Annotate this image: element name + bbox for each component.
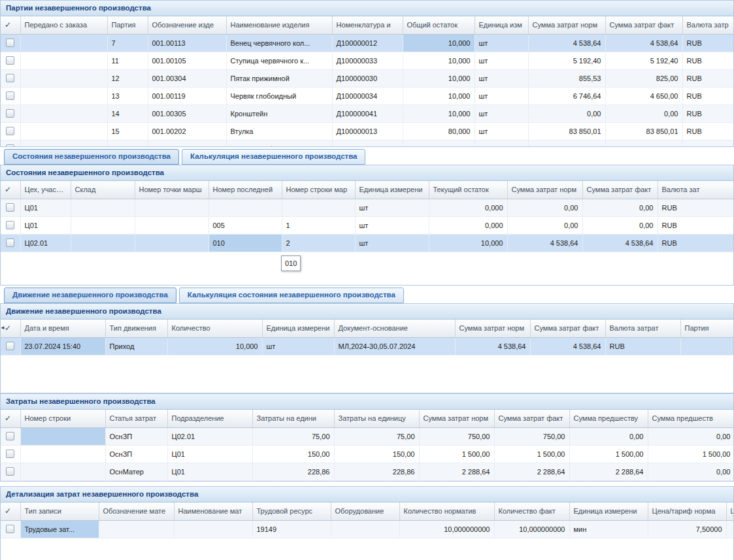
cell[interactable]: 15 [107, 122, 148, 140]
cell[interactable] [71, 234, 135, 252]
cell[interactable]: 0,00 [528, 105, 605, 122]
cell[interactable]: 7,50000 [648, 520, 726, 538]
column-header[interactable]: Ц [726, 502, 733, 520]
cell[interactable]: Ц02.01 [20, 234, 71, 252]
cell[interactable]: шт [355, 199, 429, 216]
column-header[interactable]: Статья затрат [105, 410, 167, 427]
column-header[interactable]: Партия [107, 16, 148, 34]
cell[interactable]: 75,00 [252, 427, 334, 445]
cell[interactable]: 19149 [252, 520, 331, 538]
row-checkbox[interactable] [1, 34, 20, 52]
cell[interactable]: 0,00 [569, 427, 648, 445]
cell[interactable]: 750,00 [419, 427, 494, 445]
cell[interactable]: 14 [107, 105, 148, 122]
table-row[interactable]: 12001.00304Пятак прижимнойД10000003010,0… [1, 69, 733, 87]
table-row[interactable]: 23.07.2024 15:40Приход10,000штМЛ,2024-30… [1, 337, 733, 355]
cell[interactable]: МЛ,2024-30,05.07.2024 [334, 337, 455, 355]
cell[interactable]: 2 288,64 [494, 463, 569, 480]
column-header[interactable]: Номер строки мар [282, 181, 355, 199]
column-header[interactable]: Единица измерени [355, 181, 429, 199]
cell[interactable]: 10,000 [403, 87, 475, 105]
cell[interactable]: 1 500,00 [494, 445, 569, 463]
cell[interactable]: 1 [282, 216, 355, 234]
row-checkbox[interactable] [1, 52, 20, 69]
cell[interactable]: 4 650,00 [605, 87, 682, 105]
cell[interactable] [20, 87, 107, 105]
cell[interactable]: ОснЗП [105, 445, 167, 463]
cell[interactable]: 6 746,64 [528, 87, 605, 105]
cell[interactable]: RUB [682, 34, 733, 52]
cell[interactable]: 4 538,64 [507, 234, 582, 252]
table-row[interactable]: 15001.00202ВтулкаД10000001380,000шт83 85… [1, 122, 733, 140]
cell[interactable] [20, 34, 107, 52]
column-header[interactable]: Валюта зат [658, 181, 733, 199]
cell[interactable] [20, 122, 107, 140]
column-header[interactable]: Трудовой ресурс [252, 502, 331, 520]
cell[interactable]: 150,00 [252, 445, 334, 463]
cell[interactable]: 0,000 [429, 199, 507, 216]
cell[interactable]: шт [355, 234, 429, 252]
cell[interactable]: 228,86 [252, 463, 334, 480]
cell[interactable]: 0,00 [648, 427, 733, 445]
cell[interactable] [20, 427, 105, 445]
table-row[interactable]: 14001.00305КронштейнД10000004110,000шт0,… [1, 105, 733, 122]
tab[interactable]: Калькуляция состояния незавершенного про… [179, 288, 404, 303]
column-header[interactable]: Наименование мат [174, 502, 252, 520]
cell[interactable]: 150,00 [334, 445, 419, 463]
cell[interactable]: 10,000 [429, 234, 507, 252]
cell[interactable] [680, 337, 733, 355]
cell[interactable]: 83 850,01 [528, 122, 605, 140]
collapse-left-icon[interactable]: ◄ [0, 323, 6, 333]
column-header[interactable]: Номер точки марш [135, 181, 209, 199]
cell[interactable]: 10,000000000 [494, 520, 569, 538]
row-checkbox[interactable] [1, 520, 20, 538]
cell[interactable]: шт [475, 69, 528, 87]
cell[interactable]: 2 [282, 234, 355, 252]
cell[interactable]: 5 192,40 [605, 52, 682, 69]
cell[interactable]: 001.00202 [148, 122, 226, 140]
cell[interactable]: Д100000041 [332, 105, 403, 122]
select-all-header[interactable]: ✓ [1, 410, 20, 427]
cell[interactable]: 10,000 [167, 337, 262, 355]
cell[interactable]: 4 538,64 [528, 34, 605, 52]
row-checkbox[interactable] [1, 234, 20, 252]
cell[interactable]: Крепление фланцевое [226, 140, 332, 146]
cell[interactable]: RUB [605, 337, 680, 355]
select-all-header[interactable]: ✓ [1, 502, 20, 520]
cell[interactable]: 2 048,00 [528, 140, 605, 146]
cell[interactable] [20, 445, 105, 463]
cell[interactable]: 0,00 [648, 463, 733, 480]
cell[interactable]: шт [475, 105, 528, 122]
column-header[interactable]: Сумма затрат норм [419, 410, 494, 427]
cell[interactable]: шт [475, 52, 528, 69]
cell[interactable] [99, 520, 174, 538]
column-header[interactable]: Сумма затрат факт [582, 181, 658, 199]
column-header[interactable]: Сумма затрат норм [528, 16, 605, 34]
cell[interactable]: 1 500,00 [569, 445, 648, 463]
cell[interactable]: Червяк глобоидный [226, 87, 332, 105]
row-checkbox[interactable] [1, 427, 20, 445]
tab-active[interactable]: Движение незавершенного производства [4, 288, 176, 303]
cell[interactable]: 825,00 [605, 69, 682, 87]
cell[interactable]: RUB [682, 52, 733, 69]
cell[interactable]: Ц02.01 [167, 427, 252, 445]
cell[interactable]: 0,000 [429, 216, 507, 234]
cell[interactable]: 0,00 [582, 199, 658, 216]
cell[interactable]: 001.00305 [148, 105, 226, 122]
cell[interactable] [174, 520, 252, 538]
cell[interactable]: RUB [658, 216, 733, 234]
table-row[interactable]: Трудовые зат...1914910,00000000010,00000… [1, 520, 733, 538]
column-header[interactable]: Цех, участок [20, 181, 71, 199]
cell[interactable]: 12 [107, 69, 148, 87]
column-header[interactable]: Единица изм [475, 16, 528, 34]
column-header[interactable]: Сумма затрат норм [455, 320, 530, 337]
column-header[interactable]: Обозначение мате [99, 502, 174, 520]
column-header[interactable]: Склад [71, 181, 135, 199]
cell[interactable] [209, 199, 282, 216]
cell[interactable]: 1 500,00 [419, 445, 494, 463]
column-header[interactable]: Единица измерени [569, 502, 648, 520]
table-row[interactable]: ОснМатерЦ01228,86228,862 288,642 288,642… [1, 463, 733, 480]
cell[interactable]: RUB [658, 234, 733, 252]
cell[interactable]: 001.00304 [148, 69, 226, 87]
cell[interactable]: Венец червячного кол... [226, 34, 332, 52]
